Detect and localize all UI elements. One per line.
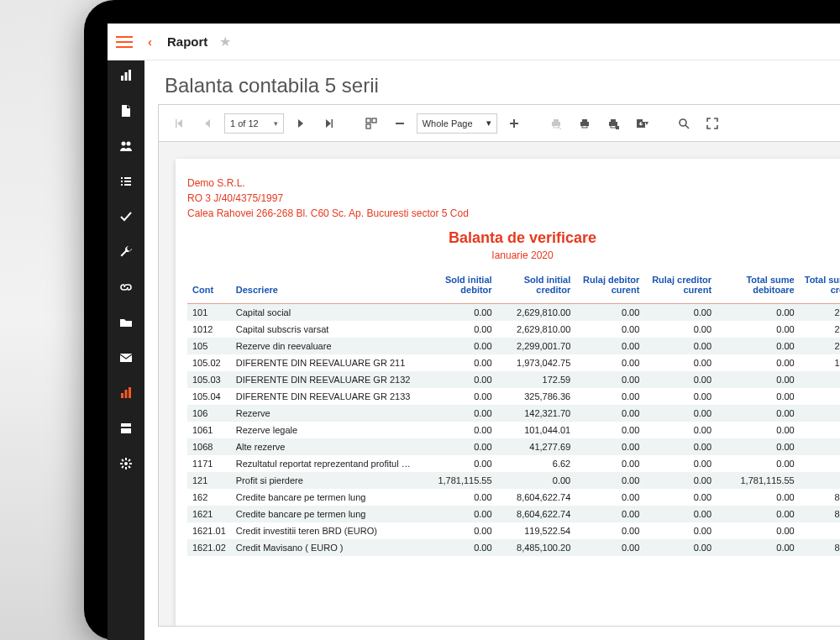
cell: 0.00	[717, 438, 800, 455]
cell: 0.00	[717, 489, 800, 506]
top-bar: ‹ Raport ★	[108, 24, 840, 60]
cell: 0.00	[644, 472, 717, 489]
cell: 0.00	[575, 371, 644, 388]
cell: 1,781,115.55	[717, 472, 800, 489]
zoom-selector[interactable]: Whole Page▾	[417, 113, 497, 134]
table-row: 105Rezerve din reevaluare0.002,299,001.7…	[187, 338, 840, 354]
zoom-out-button[interactable]	[388, 112, 412, 135]
cell: Rezerve	[231, 405, 420, 422]
sidebar-item-folder[interactable]	[108, 312, 144, 333]
cell: 41,277.69	[497, 438, 576, 455]
cell: 0.00	[644, 304, 717, 322]
table-row: 1068Alte rezerve0.0041,277.690.000.000.0…	[187, 438, 840, 455]
bar-chart-icon	[119, 386, 133, 400]
svg-rect-19	[372, 118, 376, 123]
cell: 121	[187, 472, 231, 489]
cell: 0.00	[717, 422, 800, 438]
last-page-button[interactable]	[318, 112, 341, 135]
toggle-multipage-button[interactable]	[360, 112, 383, 135]
col-tsd: Total sume debitoare	[717, 270, 800, 304]
svg-rect-16	[121, 428, 131, 433]
cell: 0.00	[644, 506, 717, 522]
sidebar-item-tools[interactable]	[108, 242, 144, 262]
svg-rect-12	[121, 393, 123, 398]
gear-icon	[119, 457, 133, 470]
svg-rect-9	[121, 184, 123, 186]
cell: Credite bancare pe termen lung	[231, 506, 420, 522]
cell: Rezultatul reportat reprezentand profitu…	[231, 455, 420, 472]
document-icon	[119, 104, 133, 118]
print-page-button[interactable]	[601, 112, 625, 135]
fullscreen-button[interactable]	[701, 112, 724, 135]
cell: 0.00	[420, 522, 497, 539]
cell: 0.00	[644, 371, 717, 388]
cell: 119,522.54	[497, 522, 576, 539]
cell: 8,60	[800, 506, 840, 522]
cell: 0.00	[644, 388, 717, 405]
svg-rect-2	[129, 70, 131, 81]
print-selection-button[interactable]	[544, 112, 568, 135]
svg-rect-15	[121, 423, 131, 427]
next-page-button[interactable]	[289, 112, 312, 135]
sidebar-item-link[interactable]	[108, 277, 144, 297]
sidebar	[108, 60, 144, 640]
svg-point-17	[124, 462, 128, 465]
cell	[800, 371, 840, 388]
sidebar-item-dashboard[interactable]	[108, 66, 144, 86]
cell: Alte rezerve	[231, 438, 420, 455]
report-period: Ianuarie 2020	[187, 249, 840, 261]
table-row: 1171Rezultatul reportat reprezentand pro…	[187, 455, 840, 472]
sidebar-item-list[interactable]	[108, 171, 144, 191]
col-rcc: Rulaj creditor curent	[644, 270, 717, 304]
cell: 1621.02	[187, 539, 231, 556]
sidebar-item-layout[interactable]	[108, 418, 144, 438]
svg-rect-5	[121, 177, 123, 179]
svg-rect-0	[121, 76, 123, 81]
favorite-star-icon[interactable]: ★	[219, 34, 231, 50]
cell: 0.00	[420, 338, 497, 354]
back-button[interactable]: ‹	[144, 34, 155, 49]
cell: Credit Mavisano ( EURO )	[231, 539, 420, 556]
cell: 0.00	[575, 422, 644, 438]
print-button[interactable]	[573, 112, 596, 135]
zoom-in-button[interactable]	[502, 112, 526, 135]
cell: Profit si pierdere	[231, 472, 420, 489]
company-address: Calea Rahovei 266-268 Bl. C60 Sc. Ap. Bu…	[187, 206, 840, 221]
sidebar-item-mail[interactable]	[108, 348, 144, 368]
table-header-row: Cont Descriere Sold initial debitor Sold…	[187, 270, 840, 304]
svg-point-3	[122, 142, 126, 146]
cell: Capital social	[231, 304, 420, 322]
chevron-down-icon: ▾	[645, 119, 648, 127]
first-page-button[interactable]	[167, 112, 191, 135]
svg-rect-7	[121, 181, 123, 182]
search-button[interactable]	[672, 112, 696, 135]
hamburger-menu-icon[interactable]	[116, 36, 133, 48]
cell: 1,781,115.55	[420, 472, 497, 489]
table-row: 162Credite bancare pe termen lung0.008,6…	[187, 489, 840, 506]
cell: 105.03	[187, 371, 231, 388]
svg-rect-31	[611, 119, 616, 122]
prev-page-button[interactable]	[196, 112, 219, 135]
sidebar-item-documents[interactable]	[108, 101, 144, 121]
cell: 1171	[187, 455, 231, 472]
cell: 0.00	[575, 405, 644, 422]
report-title: Balanta de verificare	[187, 229, 840, 247]
cell: 0.00	[717, 354, 800, 371]
users-icon	[119, 139, 133, 153]
cell: 0.00	[497, 472, 576, 489]
cell: 105	[187, 338, 231, 354]
cell: 0.00	[575, 539, 644, 556]
cell: 0.00	[575, 455, 644, 472]
sidebar-item-settings[interactable]	[108, 454, 144, 474]
cell: DIFERENTE DIN REEVALUARE GR 2133	[231, 388, 420, 405]
cell: 0.00	[420, 489, 497, 506]
page-selector[interactable]: 1 of 12▾	[224, 113, 284, 134]
cell: 0.00	[420, 455, 497, 472]
sidebar-item-check[interactable]	[108, 207, 144, 227]
col-rdc: Rulaj debitor curent	[575, 270, 644, 304]
export-button[interactable]: ▾	[630, 112, 654, 135]
sidebar-item-users[interactable]	[108, 136, 144, 156]
table-row: 105.04DIFERENTE DIN REEVALUARE GR 21330.…	[187, 388, 840, 405]
sidebar-item-reports[interactable]	[108, 383, 144, 403]
cell: 0.00	[575, 304, 644, 322]
